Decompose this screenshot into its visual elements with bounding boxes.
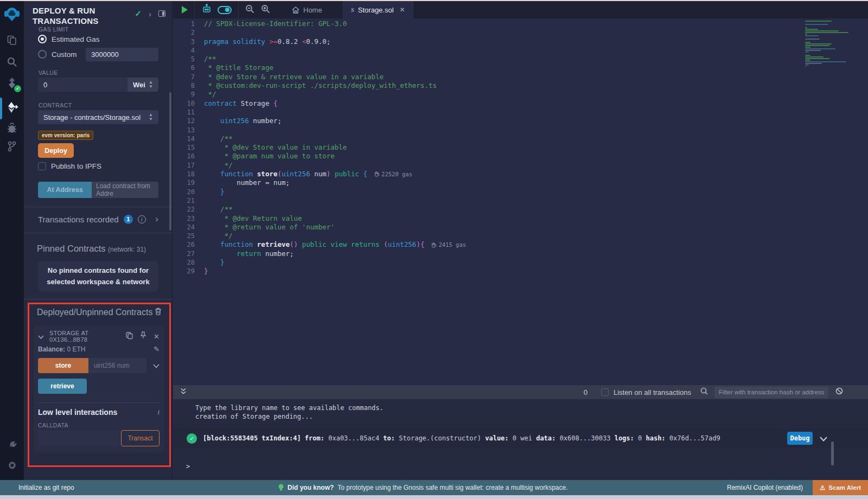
- code-line[interactable]: 9 */: [173, 90, 868, 99]
- code-line[interactable]: 26 function retrieve() public view retur…: [173, 240, 868, 249]
- expand-args-icon[interactable]: [153, 361, 159, 370]
- zoom-in-icon[interactable]: [261, 4, 270, 16]
- code-line[interactable]: 19 number = num;: [173, 178, 868, 187]
- contract-instance-label[interactable]: STORAGE AT 0X136...8B78: [49, 330, 126, 343]
- retrieve-function-button[interactable]: retrieve: [38, 379, 87, 394]
- info-icon[interactable]: i: [138, 215, 146, 223]
- code-editor[interactable]: 1// SPDX-License-Identifier: GPL-3.023pr…: [173, 18, 868, 385]
- updown-icon: ▲▼: [149, 80, 153, 89]
- plugin-manager-icon[interactable]: [5, 438, 18, 451]
- code-line[interactable]: 11: [173, 108, 868, 117]
- code-line[interactable]: 2: [173, 28, 868, 37]
- at-address-button[interactable]: At Address: [38, 182, 92, 198]
- copilot-toggle[interactable]: [218, 6, 232, 14]
- value-unit-select[interactable]: Wei ▲▼: [127, 78, 158, 92]
- tab-storage-sol[interactable]: S Storage.sol ✕: [343, 1, 413, 18]
- code-line[interactable]: 21: [173, 196, 868, 205]
- code-line[interactable]: 15 * @dev Store value in variable: [173, 143, 868, 152]
- transact-button[interactable]: Transact: [121, 430, 159, 446]
- settings-icon[interactable]: [5, 459, 18, 472]
- code-line[interactable]: 22 /**: [173, 205, 868, 214]
- icon-sidebar: ✓: [0, 1, 24, 480]
- contract-select[interactable]: Storage - contracts/Storage.sol ▲▼: [38, 110, 158, 124]
- code-line[interactable]: 14 /**: [173, 135, 868, 143]
- solidity-compiler-icon[interactable]: ✓: [5, 77, 18, 90]
- debugger-icon[interactable]: [5, 121, 18, 135]
- listen-all-checkbox[interactable]: [601, 388, 609, 396]
- at-address-input[interactable]: Load contract from Addre: [92, 182, 158, 198]
- transaction-count: 0: [584, 388, 588, 396]
- code-line[interactable]: 16 * @param num value to store: [173, 152, 868, 161]
- code-line[interactable]: 25 */: [173, 232, 868, 240]
- code-line[interactable]: 18 function store(uint256 num) public {2…: [173, 170, 868, 178]
- transaction-log-row[interactable]: ✓ [block:5583405 txIndex:4] from: 0xa03.…: [173, 428, 868, 448]
- search-icon[interactable]: [5, 55, 18, 68]
- code-line[interactable]: 4: [173, 46, 868, 55]
- zoom-out-icon[interactable]: [245, 4, 254, 16]
- pin-panel-icon[interactable]: [158, 10, 165, 17]
- deploy-and-run-icon[interactable]: [5, 101, 18, 114]
- panel-expand-icon[interactable]: ›: [149, 9, 151, 18]
- tx-expand-icon[interactable]: [820, 433, 827, 444]
- code-line[interactable]: 23 * @dev Return value: [173, 214, 868, 223]
- copilot-status[interactable]: RemixAI Copilot (enabled): [727, 484, 803, 491]
- close-tab-icon[interactable]: ✕: [400, 6, 405, 14]
- editor-minimap[interactable]: [805, 21, 859, 67]
- code-line[interactable]: 1// SPDX-License-Identifier: GPL-3.0: [173, 20, 868, 28]
- value-input[interactable]: 0: [38, 78, 127, 92]
- estimated-gas-radio[interactable]: [38, 35, 47, 43]
- git-init-status[interactable]: Initialize as git repo: [18, 484, 74, 491]
- gas-limit-label: GAS LIMIT: [39, 26, 69, 33]
- publish-ipfs-checkbox[interactable]: [38, 162, 46, 170]
- code-line[interactable]: 20 }: [173, 188, 868, 196]
- terminal[interactable]: Type the library name to see available c…: [173, 399, 868, 480]
- transactions-expand-icon[interactable]: ›: [155, 214, 158, 225]
- store-function-button[interactable]: store: [38, 358, 88, 373]
- custom-gas-radio[interactable]: [38, 50, 47, 59]
- code-line[interactable]: 8 * @custom:dev-run-script ./scripts/dep…: [173, 81, 868, 90]
- code-line[interactable]: 10contract Storage {: [173, 99, 868, 108]
- code-line[interactable]: 17 */: [173, 161, 868, 170]
- file-explorer-icon[interactable]: [5, 34, 18, 47]
- deploy-button[interactable]: Deploy: [38, 143, 74, 158]
- edit-balance-icon[interactable]: ✎: [154, 345, 159, 353]
- code-line[interactable]: 29}: [173, 267, 868, 276]
- filter-input[interactable]: Filter with transaction hash or address: [714, 387, 828, 398]
- remix-logo[interactable]: [3, 5, 21, 23]
- code-line[interactable]: 5/**: [173, 55, 868, 63]
- expand-terminal-icon[interactable]: [180, 387, 187, 397]
- info-icon[interactable]: i: [157, 408, 159, 417]
- terminal-header: 0 Listen on all transactions Filter with…: [173, 385, 868, 399]
- chevron-down-icon[interactable]: [38, 331, 44, 341]
- code-line[interactable]: 12 uint256 number;: [173, 117, 868, 125]
- code-line[interactable]: 13: [173, 126, 868, 135]
- trash-icon[interactable]: [155, 308, 162, 317]
- code-line[interactable]: 27 return number;: [173, 250, 868, 258]
- store-args-input[interactable]: uint256 num: [88, 358, 146, 373]
- code-line[interactable]: 28 }: [173, 258, 868, 267]
- code-line[interactable]: 7 * @dev Store & retrieve value in a var…: [173, 73, 868, 81]
- debug-button[interactable]: Debug: [787, 432, 813, 445]
- run-script-icon[interactable]: [182, 6, 188, 14]
- contract-label: CONTRACT: [39, 102, 72, 108]
- scam-alert-button[interactable]: ⚠ Scam Alert: [813, 480, 868, 495]
- listen-all-label: Listen on all transactions: [614, 388, 691, 396]
- pin-icon[interactable]: [140, 331, 146, 341]
- custom-gas-input[interactable]: 3000000: [86, 48, 158, 61]
- tab-home[interactable]: Home: [284, 1, 330, 18]
- copy-icon[interactable]: [126, 331, 133, 341]
- calldata-input[interactable]: [38, 430, 119, 446]
- custom-gas-label: Custom: [52, 50, 77, 59]
- ai-copilot-icon[interactable]: [201, 3, 212, 16]
- clear-terminal-icon[interactable]: [835, 387, 843, 397]
- panel-scrollbar[interactable]: [169, 92, 171, 231]
- code-line[interactable]: 6 * @title Storage: [173, 63, 868, 72]
- git-icon[interactable]: [5, 140, 18, 153]
- terminal-scrollbar[interactable]: [831, 442, 834, 465]
- code-line[interactable]: 24 * @return value of 'number': [173, 223, 868, 232]
- terminal-search-icon[interactable]: [700, 387, 708, 397]
- close-icon[interactable]: ✕: [154, 332, 159, 341]
- gas-estimate-annotation: 22520 gas: [375, 170, 412, 178]
- active-plugin-indicator: [0, 98, 2, 119]
- code-line[interactable]: 3pragma solidity >=0.8.2 <0.9.0;: [173, 37, 868, 46]
